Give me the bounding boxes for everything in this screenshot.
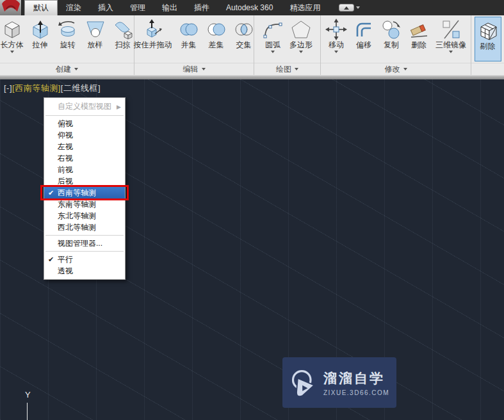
tool-box[interactable]: 长方体 <box>0 17 26 54</box>
minimize-ribbon-button[interactable] <box>339 4 360 12</box>
tool-label: 拉伸 <box>33 40 48 50</box>
intersect-icon <box>233 19 255 40</box>
tool-move[interactable]: 移动 <box>323 17 350 54</box>
menu-item-label: 自定义模型视图 <box>58 101 111 112</box>
minimize-ribbon-icon <box>339 4 354 12</box>
tab-default[interactable]: 默认 <box>24 0 58 15</box>
menu-item-parallel[interactable]: 平行 <box>44 254 125 265</box>
menu-item-back[interactable]: 后视 <box>44 175 125 187</box>
panel-label-edit[interactable]: 编辑 <box>134 63 254 75</box>
tool-label: 复制 <box>384 40 399 50</box>
chevron-down-icon[interactable] <box>299 51 303 53</box>
subtract-icon <box>206 19 227 40</box>
tool-label: 偏移 <box>356 40 371 50</box>
chevron-down-icon[interactable] <box>271 51 275 53</box>
panel-title: 创建 <box>56 64 71 75</box>
tab-render[interactable]: 渲染 <box>58 0 90 15</box>
sweep-icon <box>112 19 134 40</box>
offset-icon <box>353 19 375 40</box>
panel-title: 编辑 <box>183 64 199 75</box>
ribbon-panel-modify: 移动 偏移 复制 <box>321 15 471 75</box>
panel-label-modify[interactable]: 修改 <box>321 63 471 75</box>
chevron-down-icon[interactable] <box>334 51 338 53</box>
ucs-y-label: Y <box>25 390 31 400</box>
tool-polygon[interactable]: 多边形 <box>287 17 315 54</box>
tool-loft[interactable]: 放样 <box>82 17 109 51</box>
menu-item-perspective[interactable]: 透视 <box>44 265 125 277</box>
viewport-visual-style-control[interactable]: [二维线框] <box>61 83 101 93</box>
model-space-canvas[interactable]: [-][西南等轴测][二维线框] 自定义模型视图 ▶ 俯视 仰视 左视 右视 前… <box>0 79 504 420</box>
move-icon <box>325 19 347 40</box>
chevron-down-icon <box>403 68 407 70</box>
tool-extrude[interactable]: 拉伸 <box>27 17 54 51</box>
panel-label-draw[interactable]: 绘图 <box>254 63 320 75</box>
viewport-view-control[interactable]: [西南等轴测] <box>12 83 61 93</box>
arc-icon <box>262 19 284 40</box>
menu-item-ne-isometric[interactable]: 东北等轴测 <box>44 210 125 222</box>
menu-item-view-manager[interactable]: 视图管理器... <box>44 238 125 249</box>
check-icon <box>44 254 58 265</box>
tool-union[interactable]: 并集 <box>175 17 202 51</box>
menu-item-sw-isometric[interactable]: 西南等轴测 <box>44 187 125 198</box>
erase-icon <box>408 19 430 40</box>
tool-revolve[interactable]: 旋转 <box>54 17 81 51</box>
chevron-down-icon <box>356 6 360 9</box>
menu-item-front[interactable]: 前视 <box>44 164 125 175</box>
autocad-app-button[interactable] <box>0 0 22 15</box>
menu-separator <box>45 115 124 116</box>
panel-title: 绘图 <box>276 64 291 75</box>
watermark: 溜溜自学 zixue.3d66.com <box>282 357 396 408</box>
extrude-icon <box>29 19 51 40</box>
ribbon-bottom-strip <box>0 75 504 79</box>
ribbon-tabs: 默认 渲染 插入 管理 输出 插件 Autodesk 360 精选应用 <box>24 0 329 15</box>
watermark-title: 溜溜自学 <box>323 369 389 387</box>
menu-item-nw-isometric[interactable]: 西北等轴测 <box>44 222 125 233</box>
chevron-down-icon <box>74 68 78 70</box>
tab-manage[interactable]: 管理 <box>122 0 154 15</box>
loft-icon <box>85 19 106 40</box>
tool-label: 删除 <box>411 40 427 50</box>
tab-plugins[interactable]: 插件 <box>186 0 218 15</box>
union-icon <box>178 19 200 40</box>
mirror3d-icon <box>440 19 462 40</box>
tool-label: 并集 <box>181 40 197 50</box>
tool-label: 扫掠 <box>115 40 131 50</box>
tool-arc[interactable]: 圆弧 <box>259 17 286 54</box>
tool-offset[interactable]: 偏移 <box>350 17 377 51</box>
view-context-menu: 自定义模型视图 ▶ 俯视 仰视 左视 右视 前视 后视 西南等轴测 东南等轴测 … <box>44 97 126 280</box>
tool-label: 差集 <box>209 40 224 50</box>
menu-item-top[interactable]: 俯视 <box>44 118 125 129</box>
chevron-down-icon[interactable] <box>449 51 453 53</box>
chevron-down-icon <box>295 68 298 70</box>
tab-autodesk-360[interactable]: Autodesk 360 <box>218 0 281 15</box>
tool-cull[interactable]: 剔除 <box>475 17 501 61</box>
play-logo-icon <box>289 368 318 398</box>
menu-separator <box>45 235 124 236</box>
tool-intersect[interactable]: 交集 <box>231 17 257 51</box>
ribbon: 长方体 拉伸 旋转 <box>0 15 504 75</box>
menu-item-right[interactable]: 右视 <box>44 152 125 164</box>
viewport-controls: [-][西南等轴测][二维线框] <box>4 83 101 94</box>
tool-erase[interactable]: 删除 <box>405 17 432 51</box>
menu-item-bottom[interactable]: 仰视 <box>44 129 125 141</box>
chevron-down-icon[interactable] <box>10 51 14 53</box>
panel-label-create[interactable]: 创建 <box>0 63 134 75</box>
ribbon-panel-draw: 圆弧 多边形 绘图 <box>254 15 321 75</box>
tool-label: 放样 <box>88 40 103 50</box>
tool-presspull[interactable]: 按住并拖动 <box>131 17 175 51</box>
menu-item-left[interactable]: 左视 <box>44 141 125 152</box>
menu-separator <box>45 251 124 252</box>
autocad-logo-icon <box>1 0 21 15</box>
box-icon <box>1 19 23 40</box>
cull-icon <box>477 20 499 42</box>
tool-label: 圆弧 <box>265 40 280 50</box>
tab-output[interactable]: 输出 <box>154 0 186 15</box>
ribbon-tab-bar: 默认 渲染 插入 管理 输出 插件 Autodesk 360 精选应用 <box>0 0 504 15</box>
tool-copy[interactable]: 复制 <box>378 17 405 51</box>
tool-mirror3d[interactable]: 三维镜像 <box>433 17 469 54</box>
tab-insert[interactable]: 插入 <box>90 0 122 15</box>
tool-subtract[interactable]: 差集 <box>203 17 230 51</box>
tab-featured-apps[interactable]: 精选应用 <box>281 0 329 15</box>
menu-item-se-isometric[interactable]: 东南等轴测 <box>44 198 125 210</box>
viewport-minimize-control[interactable]: [-] <box>4 83 12 93</box>
